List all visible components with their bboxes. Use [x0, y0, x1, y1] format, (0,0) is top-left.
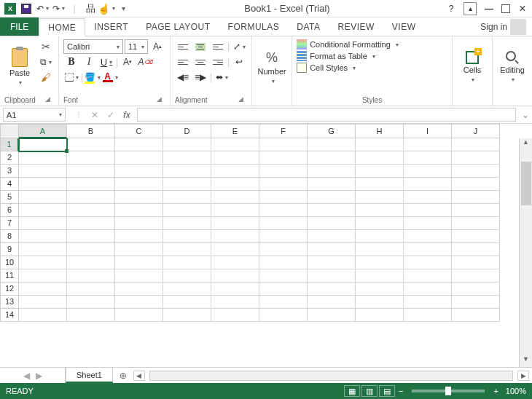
cell-J9[interactable] — [452, 243, 500, 256]
file-tab[interactable]: FILE — [0, 17, 39, 36]
cell-D4[interactable] — [163, 178, 211, 191]
cells-button[interactable]: Cells▾ — [457, 39, 488, 95]
cell-C3[interactable] — [115, 165, 163, 178]
column-header-C[interactable]: C — [115, 124, 163, 138]
cell-A3[interactable] — [19, 165, 67, 178]
cell-J4[interactable] — [452, 178, 500, 191]
cell-I3[interactable] — [404, 165, 452, 178]
formula-expand-button[interactable]: ⌄ — [519, 106, 532, 123]
cell-I9[interactable] — [404, 243, 452, 256]
cell-H4[interactable] — [356, 178, 404, 191]
column-header-G[interactable]: G — [308, 124, 356, 138]
row-header-14[interactable]: 14 — [0, 309, 19, 322]
number-format-button[interactable]: % Number▾ — [257, 39, 287, 95]
cell-G5[interactable] — [308, 191, 356, 204]
cell-B12[interactable] — [67, 283, 115, 296]
cell-I13[interactable] — [404, 296, 452, 309]
cell-C7[interactable] — [115, 217, 163, 230]
column-header-D[interactable]: D — [163, 124, 211, 138]
cell-I11[interactable] — [404, 269, 452, 283]
cell-F3[interactable] — [259, 165, 308, 178]
italic-button[interactable]: I — [81, 55, 97, 69]
cell-I12[interactable] — [404, 283, 452, 296]
column-header-H[interactable]: H — [356, 124, 404, 138]
editing-button[interactable]: Editing▾ — [497, 39, 528, 95]
row-header-1[interactable]: 1 — [0, 138, 19, 151]
cell-J7[interactable] — [452, 217, 500, 230]
cell-F7[interactable] — [259, 217, 308, 230]
cell-D2[interactable] — [163, 151, 211, 165]
align-middle-button[interactable] — [192, 39, 208, 54]
grow-font-button[interactable]: A▴ — [149, 39, 165, 54]
row-header-12[interactable]: 12 — [0, 283, 19, 296]
cell-F9[interactable] — [259, 243, 308, 256]
cell-I7[interactable] — [404, 217, 452, 230]
hscroll-right[interactable]: ▶ — [517, 371, 529, 381]
cell-J14[interactable] — [452, 309, 500, 322]
cell-E4[interactable] — [211, 178, 259, 191]
touch-mode-button[interactable]: ☝▾ — [99, 1, 114, 16]
page-layout-view-button[interactable]: ▥ — [361, 385, 378, 397]
cell-E9[interactable] — [211, 243, 259, 256]
sheet-nav[interactable]: ◀▶ — [0, 368, 66, 383]
cell-D14[interactable] — [163, 309, 211, 322]
cell-C14[interactable] — [115, 309, 163, 322]
row-header-4[interactable]: 4 — [0, 178, 19, 191]
cell-I1[interactable] — [404, 138, 452, 151]
ribbon-display-button[interactable]: ▴ — [463, 2, 477, 15]
cell-A11[interactable] — [19, 269, 67, 283]
cell-C4[interactable] — [115, 178, 163, 191]
home-tab[interactable]: HOME — [39, 18, 85, 36]
cell-A10[interactable] — [19, 256, 67, 269]
cell-D13[interactable] — [163, 296, 211, 309]
paste-button[interactable]: Paste▾ — [4, 39, 35, 95]
zoom-out-button[interactable]: − — [396, 387, 406, 395]
cell-J5[interactable] — [452, 191, 500, 204]
cell-I5[interactable] — [404, 191, 452, 204]
cell-B7[interactable] — [67, 217, 115, 230]
cell-D9[interactable] — [163, 243, 211, 256]
cell-styles-button[interactable]: Cell Styles▾ — [297, 63, 399, 73]
cell-G4[interactable] — [308, 178, 356, 191]
cell-I2[interactable] — [404, 151, 452, 165]
cell-A7[interactable] — [19, 217, 67, 230]
undo-button[interactable]: ↶▾ — [35, 1, 50, 16]
cell-C9[interactable] — [115, 243, 163, 256]
cell-H1[interactable] — [356, 138, 404, 151]
save-button[interactable] — [19, 1, 34, 16]
cell-A4[interactable] — [19, 178, 67, 191]
row-header-2[interactable]: 2 — [0, 151, 19, 165]
row-header-9[interactable]: 9 — [0, 243, 19, 256]
cell-D12[interactable] — [163, 283, 211, 296]
cell-F13[interactable] — [259, 296, 308, 309]
font-size-combo[interactable]: 11▾ — [125, 39, 148, 54]
align-center-button[interactable] — [192, 55, 208, 69]
cell-D1[interactable] — [163, 138, 211, 151]
cell-E13[interactable] — [211, 296, 259, 309]
cell-B6[interactable] — [67, 204, 115, 217]
cell-A5[interactable] — [19, 191, 67, 204]
cell-F2[interactable] — [259, 151, 308, 165]
cell-G7[interactable] — [308, 217, 356, 230]
cancel-formula-button[interactable]: ✕ — [87, 108, 102, 122]
cell-H9[interactable] — [356, 243, 404, 256]
scroll-thumb[interactable] — [521, 162, 531, 205]
normal-view-button[interactable]: ▦ — [344, 385, 360, 397]
cell-G3[interactable] — [308, 165, 356, 178]
row-header-6[interactable]: 6 — [0, 204, 19, 217]
cell-G9[interactable] — [308, 243, 356, 256]
cell-F4[interactable] — [259, 178, 308, 191]
cell-E12[interactable] — [211, 283, 259, 296]
border-button[interactable]: ▾ — [63, 70, 79, 84]
cell-J2[interactable] — [452, 151, 500, 165]
cell-H6[interactable] — [356, 204, 404, 217]
cell-C5[interactable] — [115, 191, 163, 204]
cell-J8[interactable] — [452, 230, 500, 243]
cell-E11[interactable] — [211, 269, 259, 283]
cell-B1[interactable] — [67, 138, 115, 151]
minimize-button[interactable]: — — [482, 2, 496, 15]
cell-D11[interactable] — [163, 269, 211, 283]
align-top-button[interactable] — [175, 39, 191, 54]
clear-format-button[interactable]: A⌫ — [137, 55, 153, 69]
cell-A6[interactable] — [19, 204, 67, 217]
